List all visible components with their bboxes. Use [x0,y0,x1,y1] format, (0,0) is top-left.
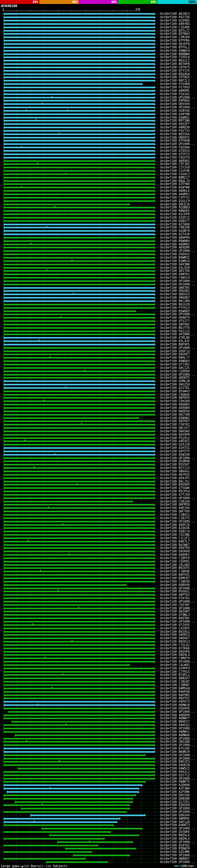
hit-bar[interactable] [4,364,154,366]
hit-bar[interactable] [4,100,154,102]
hit-bar[interactable] [4,784,141,786]
hit-bar[interactable] [4,718,154,719]
hit-label[interactable]: UniRef100_A5BYG6 [160,109,197,113]
hit-label[interactable]: UniRef100_Q2KGX9 [160,804,197,807]
hit-label[interactable]: UniRef100_B9FZL3 [160,79,197,82]
hit-bar[interactable] [4,831,109,833]
hit-bar[interactable] [4,387,154,389]
hit-label[interactable]: UniRef100_A6YPG5 [160,473,197,476]
hit-bar[interactable] [4,668,154,669]
hit-bar[interactable] [4,601,154,602]
hit-bar[interactable] [4,43,154,45]
hit-label[interactable]: UniRef100_Q4NTD1 [160,273,197,276]
hit-bar[interactable] [4,337,154,339]
hit-label[interactable]: UniRef100_Q73666 [160,647,197,650]
hit-label[interactable]: UniRef100_UP1000... [160,373,197,376]
hit-label[interactable]: UniRef100_A9NU83 [160,360,197,363]
hit-bar[interactable] [4,214,154,215]
hit-label[interactable]: UniRef100_A6RKL6 [160,189,197,192]
hit-bar[interactable] [4,107,154,108]
hit-bar[interactable] [4,798,132,799]
hit-label[interactable]: UniRef100_A2QB83 [160,206,197,209]
hit-bar[interactable] [4,73,154,75]
hit-label[interactable]: UniRef100_P17093 [160,86,197,89]
hit-bar[interactable] [4,531,154,532]
hit-label[interactable]: UniRef100_UP1000... [160,727,197,730]
hit-label[interactable]: UniRef100_B3MCB7 [160,577,197,580]
hit-bar[interactable] [4,244,154,245]
hit-label[interactable]: UniRef100_Q6FM18 [160,503,197,506]
hit-bar[interactable] [4,688,154,689]
hit-bar[interactable] [4,758,154,759]
hit-bar[interactable] [4,457,154,459]
hit-bar[interactable] [7,791,138,793]
hit-bar[interactable] [4,227,154,228]
hit-bar[interactable] [4,50,154,52]
hit-label[interactable]: UniRef100_Q98SB0 [160,797,197,800]
hit-bar[interactable] [4,207,154,209]
hit-label[interactable]: UniRef100_A3AY88 [160,113,197,116]
hit-label[interactable]: UniRef100_C1BLN7 [160,680,197,683]
hit-bar[interactable] [4,180,154,182]
hit-label[interactable]: UniRef100_A6NWY7 [160,717,197,720]
hit-label[interactable]: UniRef100_A4E2U4 [160,506,197,509]
hit-bar[interactable] [4,277,154,279]
hit-bar[interactable] [4,741,154,743]
hit-label[interactable]: UniRef100_A6SGN7 [160,610,197,613]
hit-label[interactable]: UniRef100_B9IXG4 [160,133,197,136]
hit-label[interactable]: UniRef100_Q4D4L4 [160,653,197,656]
hit-bar[interactable] [4,497,154,499]
hit-label[interactable]: UniRef100_C6T0G5 [160,76,197,79]
hit-bar[interactable] [50,834,138,836]
hit-label[interactable]: UniRef100_C7GLX2 [160,644,197,647]
hit-bar[interactable] [73,855,128,856]
hit-label[interactable]: UniRef100_A6RSK5 [160,159,197,162]
hit-bar[interactable] [4,404,154,405]
hit-label[interactable]: UniRef100_B1WYN8 [160,186,197,189]
hit-label[interactable]: UniRef100_UP1000... [160,280,197,283]
hit-bar[interactable] [4,584,125,586]
hit-bar[interactable] [4,581,154,582]
hit-label[interactable]: UniRef100_UP1000... [160,827,197,830]
hit-label[interactable]: UniRef100_Q75Z77 [160,320,197,323]
hit-label[interactable]: UniRef100_C4JF46 [160,169,197,173]
hit-bar[interactable] [4,731,154,733]
hit-bar[interactable] [4,334,154,335]
hit-label[interactable]: UniRef100_C4LW92 [160,663,197,666]
hit-label[interactable]: UniRef100_Q4U258 [160,383,197,386]
hit-bar[interactable] [4,634,154,636]
hit-label[interactable]: UniRef100_Q5B5T7 [160,220,197,223]
hit-label[interactable]: UniRef100_Q31TB1 [160,386,197,390]
hit-bar[interactable] [4,290,154,292]
hit-label[interactable]: UniRef100_A9V2L2 [160,770,197,773]
hit-label[interactable]: UniRef100_C0S9A4 [160,146,197,149]
hit-label[interactable]: UniRef100_Q4W522 [160,767,197,770]
hit-label[interactable]: UniRef100_A2QGS6 [160,527,197,530]
hit-label[interactable]: UniRef100_Q4G057 [160,353,197,356]
hit-bar[interactable] [18,768,154,770]
hit-bar[interactable] [4,811,125,813]
hit-label[interactable]: UniRef100_UP1000... [160,807,197,810]
hit-label[interactable]: UniRef100_B8NXD5 [160,209,197,213]
hit-bar[interactable] [4,310,135,312]
hit-label[interactable]: UniRef100_A4RKT3 [160,824,197,827]
hit-bar[interactable] [4,434,154,435]
hit-label[interactable]: UniRef100_UP1000... [160,313,197,316]
hit-bar[interactable] [4,237,154,238]
hit-label[interactable]: UniRef100_UP1000... [160,283,197,286]
hit-label[interactable]: UniRef100_A1DFJ2 [160,216,197,219]
hit-label[interactable]: UniRef100_Q2V9Q5 [160,19,197,22]
hit-label[interactable]: UniRef100_C7YH15 [160,670,197,673]
hit-bar[interactable] [4,567,154,569]
hit-label[interactable]: UniRef100_A2E4M6 [160,850,197,854]
hit-label[interactable]: UniRef100_Q2QB70 [160,229,197,232]
hit-bar[interactable] [4,66,154,68]
hit-label[interactable]: UniRef100_B4JW67 [160,544,197,547]
hit-bar[interactable] [4,781,144,783]
hit-bar[interactable] [4,167,154,168]
hit-bar[interactable] [4,534,154,536]
hit-label[interactable]: UniRef100_C4Q666 [160,393,197,396]
hit-label[interactable]: UniRef100_A0PT63 [160,593,197,596]
hit-label[interactable]: UniRef100_Q1W8X1 [160,116,197,119]
hit-bar[interactable] [4,451,154,452]
